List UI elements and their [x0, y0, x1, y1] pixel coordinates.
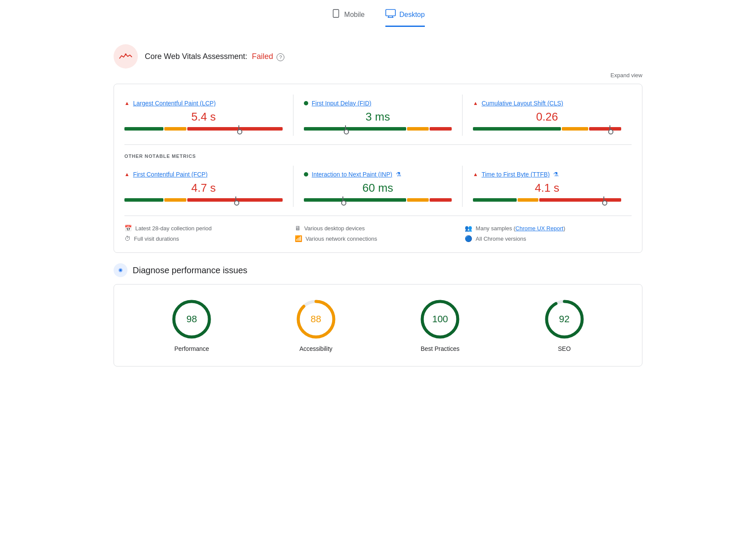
- chrome-icon: 🔵: [465, 235, 472, 242]
- best-practices-score-number: 100: [432, 314, 448, 325]
- fcp-link[interactable]: First Contentful Paint (FCP): [133, 171, 208, 178]
- ttfb-marker: [603, 196, 604, 203]
- inp-label-row: Interaction to Next Paint (INP) ⚗: [304, 171, 452, 178]
- cls-link[interactable]: Cumulative Layout Shift (CLS): [482, 100, 563, 107]
- seo-label: SEO: [558, 345, 571, 352]
- info-desktop-devices: 🖥 Various desktop devices: [295, 225, 462, 232]
- chrome-ux-link[interactable]: Chrome UX Report: [515, 225, 564, 232]
- cls-marker: [609, 125, 610, 132]
- lcp-link[interactable]: Largest Contentful Paint (LCP): [133, 100, 216, 107]
- metric-lcp: ▲ Largest Contentful Paint (LCP) 5.4 s: [124, 95, 293, 136]
- inp-lab-icon: ⚗: [396, 171, 401, 178]
- fid-marker: [345, 125, 346, 132]
- score-card-accessibility: 88 Accessibility: [295, 298, 337, 352]
- diagnose-icon-circle: [114, 263, 127, 277]
- fcp-bar: [124, 198, 283, 202]
- inp-bar: [304, 198, 452, 202]
- fid-status-dot: [304, 101, 308, 105]
- inp-link[interactable]: Interaction to Next Paint (INP): [312, 171, 392, 178]
- tab-mobile[interactable]: Mobile: [331, 9, 365, 27]
- svg-point-9: [120, 269, 122, 272]
- lcp-label-row: ▲ Largest Contentful Paint (LCP): [124, 100, 283, 107]
- performance-label: Performance: [174, 345, 209, 352]
- fcp-status-icon: ▲: [124, 171, 130, 177]
- inp-status-dot: [304, 172, 308, 177]
- accessibility-score-number: 88: [311, 314, 321, 325]
- info-col-2: 🖥 Various desktop devices 📶 Various netw…: [295, 225, 462, 242]
- fcp-marker: [235, 196, 236, 203]
- primary-metrics-grid: ▲ Largest Contentful Paint (LCP) 5.4 s F…: [124, 95, 632, 136]
- diagnose-title: Diagnose performance issues: [133, 265, 248, 275]
- fid-value: 3 ms: [304, 110, 452, 124]
- section-divider: [124, 144, 632, 145]
- info-col-3: 👥 Many samples (Chrome UX Report) 🔵 All …: [465, 225, 632, 242]
- mobile-icon: [331, 9, 341, 20]
- cls-bar: [473, 127, 621, 131]
- cwv-header: Core Web Vitals Assessment: Failed ?: [114, 44, 642, 69]
- metric-fcp: ▲ First Contentful Paint (FCP) 4.7 s: [124, 166, 293, 207]
- ttfb-label-row: ▲ Time to First Byte (TTFB) ⚗: [473, 171, 621, 178]
- cwv-status: Failed: [252, 52, 273, 61]
- cls-value: 0.26: [473, 110, 621, 124]
- cls-status-icon: ▲: [473, 100, 478, 106]
- best-practices-label: Best Practices: [421, 345, 459, 352]
- info-visit-duration: ⏱ Full visit durations: [124, 235, 291, 242]
- score-circle-best-practices: 100: [419, 298, 461, 340]
- fcp-label-row: ▲ First Contentful Paint (FCP): [124, 171, 283, 178]
- cwv-title: Core Web Vitals Assessment: Failed ?: [145, 52, 284, 61]
- fcp-value: 4.7 s: [124, 181, 283, 195]
- inp-marker: [342, 196, 343, 203]
- info-chrome-versions: 🔵 All Chrome versions: [465, 235, 632, 242]
- calendar-icon: 📅: [124, 225, 132, 232]
- performance-score-number: 98: [186, 314, 197, 325]
- metrics-card: ▲ Largest Contentful Paint (LCP) 5.4 s F…: [114, 84, 642, 253]
- score-card-performance: 98 Performance: [171, 298, 212, 352]
- secondary-metrics-grid: ▲ First Contentful Paint (FCP) 4.7 s Int…: [124, 166, 632, 207]
- metric-ttfb: ▲ Time to First Byte (TTFB) ⚗ 4.1 s: [463, 166, 632, 207]
- score-card-best-practices: 100 Best Practices: [419, 298, 461, 352]
- score-cards: 98 Performance 88 Accessibility: [135, 298, 621, 352]
- lcp-value: 5.4 s: [124, 110, 283, 124]
- info-collection-period: 📅 Latest 28-day collection period: [124, 225, 291, 232]
- svg-rect-2: [386, 10, 395, 16]
- tab-bar: Mobile Desktop: [0, 0, 756, 27]
- ttfb-link[interactable]: Time to First Byte (TTFB): [482, 171, 550, 178]
- fid-label-row: First Input Delay (FID): [304, 100, 452, 107]
- score-circle-performance: 98: [171, 298, 212, 340]
- clock-icon: ⏱: [124, 235, 130, 242]
- lcp-marker: [238, 125, 239, 132]
- score-card-seo: 92 SEO: [544, 298, 585, 352]
- accessibility-label: Accessibility: [300, 345, 332, 352]
- info-rows: 📅 Latest 28-day collection period ⏱ Full…: [124, 216, 632, 242]
- info-samples: 👥 Many samples (Chrome UX Report): [465, 225, 632, 232]
- desktop-icon: [385, 9, 396, 20]
- main-content: Core Web Vitals Assessment: Failed ? Exp…: [96, 27, 660, 375]
- fid-bar: [304, 127, 452, 131]
- ttfb-lab-icon: ⚗: [553, 171, 559, 178]
- network-icon: 📶: [295, 235, 302, 242]
- diagnose-header: Diagnose performance issues: [114, 263, 642, 277]
- cls-label-row: ▲ Cumulative Layout Shift (CLS): [473, 100, 621, 107]
- metric-inp: Interaction to Next Paint (INP) ⚗ 60 ms: [293, 166, 463, 207]
- metric-cls: ▲ Cumulative Layout Shift (CLS) 0.26: [463, 95, 632, 136]
- tab-desktop-label: Desktop: [399, 11, 425, 19]
- fid-link[interactable]: First Input Delay (FID): [312, 100, 371, 107]
- score-circle-accessibility: 88: [295, 298, 337, 340]
- inp-value: 60 ms: [304, 181, 452, 195]
- cwv-icon-circle: [114, 44, 138, 69]
- seo-score-number: 92: [559, 314, 570, 325]
- lcp-status-icon: ▲: [124, 100, 130, 106]
- ttfb-value: 4.1 s: [473, 181, 621, 195]
- metric-fid: First Input Delay (FID) 3 ms: [293, 95, 463, 136]
- monitor-icon: 🖥: [295, 225, 301, 232]
- tab-mobile-label: Mobile: [344, 11, 365, 19]
- other-metrics-label: OTHER NOTABLE METRICS: [124, 154, 632, 159]
- expand-view-button[interactable]: Expand view: [114, 72, 642, 79]
- cwv-help-icon[interactable]: ?: [277, 53, 284, 61]
- score-cards-container: 98 Performance 88 Accessibility: [114, 284, 642, 366]
- info-network: 📶 Various network connections: [295, 235, 462, 242]
- ttfb-status-icon: ▲: [473, 171, 478, 177]
- ttfb-bar: [473, 198, 621, 202]
- tab-desktop[interactable]: Desktop: [385, 9, 425, 27]
- score-circle-seo: 92: [544, 298, 585, 340]
